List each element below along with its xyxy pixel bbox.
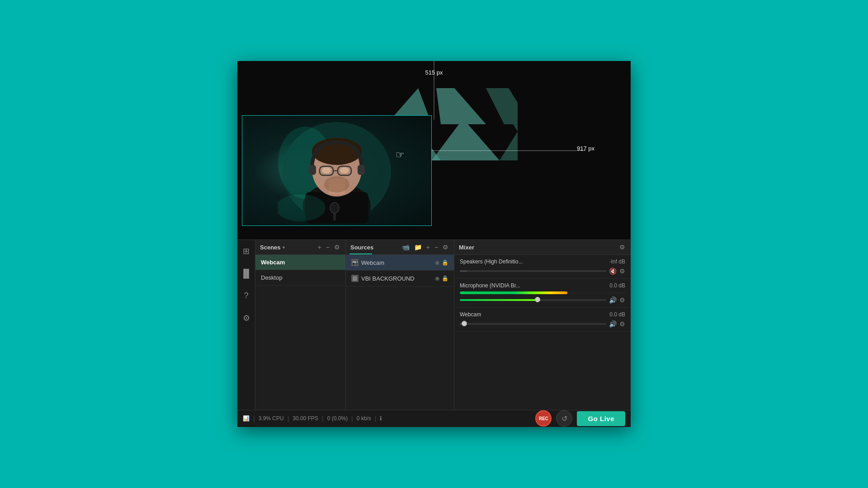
mixer-mic-channel: Microphone (NVIDIA Br... 0.0 dB 🔊 ⚙ — [454, 279, 631, 308]
go-live-button[interactable]: Go Live — [577, 411, 625, 426]
mixer-panel: Mixer ⚙ Speakers (High Definitio... -Inf… — [454, 240, 631, 410]
sources-settings-btn[interactable]: ⚙ — [442, 244, 449, 251]
svg-rect-17 — [358, 165, 365, 175]
mic-db: 0.0 dB — [609, 282, 625, 289]
fps-status: 30.00 FPS — [292, 415, 318, 422]
mixer-settings-btn[interactable]: ⚙ — [618, 244, 626, 251]
mic-volume-bar[interactable] — [460, 299, 606, 301]
scenes-panel: Scenes ▾ + − ⚙ Webcam Desktop — [255, 240, 346, 410]
mic-name: Microphone (NVIDIA Br... — [460, 282, 520, 289]
scenes-header: Scenes ▾ + − ⚙ — [255, 240, 345, 255]
source-image-icon: 🖼 — [351, 275, 359, 282]
chart-icon: 📊 — [243, 415, 250, 422]
sep5: | — [375, 415, 377, 422]
sources-panel: Sources 📹 📁 + − ⚙ 📷 Webcam ◉ — [346, 240, 454, 410]
cpu-status: 3.9% CPU — [259, 415, 284, 422]
speakers-settings-btn[interactable]: ⚙ — [619, 267, 625, 275]
svg-point-13 — [322, 167, 331, 174]
preview-area: 515 px 917 px — [237, 61, 631, 239]
sources-list: 📷 Webcam ◉ 🔒 🖼 VBI BACKGROUND ◉ — [346, 255, 454, 410]
sep3: | — [322, 415, 324, 422]
speakers-volume-bar[interactable] — [460, 270, 606, 272]
svg-marker-1 — [432, 88, 500, 160]
sidebar-bars-icon[interactable]: ▐▌ — [239, 267, 254, 280]
sep4: | — [351, 415, 353, 422]
sources-remove-btn[interactable]: − — [434, 244, 439, 251]
source-vbi-eye-btn[interactable]: ◉ — [435, 275, 439, 282]
speakers-db: -Inf dB — [609, 258, 625, 265]
replay-button[interactable]: ↺ — [556, 410, 572, 427]
dropped-status: 0 (0.0%) — [327, 415, 348, 422]
speakers-name: Speakers (High Definitio... — [460, 258, 523, 265]
sources-camera-btn[interactable]: 📹 — [401, 244, 410, 251]
svg-rect-16 — [309, 165, 316, 175]
scenes-dropdown[interactable]: ▾ — [283, 245, 285, 250]
info-icon[interactable]: ℹ — [380, 415, 382, 422]
left-sidebar: ⊞ ▐▌ ? ⚙ — [237, 240, 255, 410]
sep1: | — [253, 415, 255, 422]
mixer-webcam-channel: Webcam 0.0 dB 🔊 ⚙ — [454, 308, 631, 332]
webcam-volume-btn[interactable]: 🔊 — [609, 320, 617, 328]
source-camera-icon: 📷 — [351, 259, 359, 266]
webcam-audio-db: 0.0 dB — [609, 311, 625, 318]
bandwidth-status: 0 kb/s — [357, 415, 371, 422]
scenes-remove-btn[interactable]: − — [325, 244, 330, 251]
source-eye-btn[interactable]: ◉ — [435, 259, 439, 266]
svg-point-14 — [340, 167, 349, 174]
scenes-title: Scenes — [260, 244, 281, 251]
scenes-settings-btn[interactable]: ⚙ — [333, 244, 341, 251]
svg-point-15 — [324, 176, 349, 192]
scenes-list: Webcam Desktop — [255, 255, 345, 410]
mixer-speakers-channel: Speakers (High Definitio... -Inf dB 🔇 ⚙ — [454, 255, 631, 279]
webcam-source-box[interactable] — [242, 115, 432, 226]
mixer-title: Mixer — [459, 244, 474, 251]
webcam-volume-bar[interactable] — [460, 323, 606, 325]
mic-settings-btn[interactable]: ⚙ — [619, 296, 625, 304]
scenes-add-btn[interactable]: + — [317, 244, 322, 251]
source-vbi-lock-btn[interactable]: 🔒 — [442, 275, 448, 282]
speakers-mute-btn[interactable]: 🔇 — [609, 267, 617, 275]
mic-volume-btn[interactable]: 🔊 — [609, 296, 617, 304]
rec-button[interactable]: REC — [535, 410, 552, 427]
sidebar-settings-icon[interactable]: ⚙ — [241, 311, 252, 325]
scene-item-desktop[interactable]: Desktop — [255, 270, 345, 286]
mixer-header: Mixer ⚙ — [454, 240, 631, 255]
status-bar: 📊 | 3.9% CPU | 30.00 FPS | 0 (0.0%) | 0 … — [237, 410, 631, 427]
scene-item-webcam[interactable]: Webcam — [255, 255, 345, 270]
webcam-audio-name: Webcam — [460, 311, 481, 318]
cursor: ☞ — [396, 149, 405, 161]
svg-point-19 — [330, 202, 339, 213]
sidebar-grid-icon[interactable]: ⊞ — [241, 244, 251, 258]
sources-title: Sources — [350, 244, 373, 251]
source-lock-btn[interactable]: 🔒 — [442, 259, 448, 266]
sidebar-help-icon[interactable]: ? — [242, 289, 250, 302]
sep2: | — [288, 415, 289, 422]
source-item-webcam[interactable]: 📷 Webcam ◉ 🔒 — [346, 255, 454, 271]
sources-add-btn[interactable]: + — [425, 244, 431, 251]
sources-header: Sources 📹 📁 + − ⚙ — [346, 240, 454, 255]
source-item-vbi[interactable]: 🖼 VBI BACKGROUND ◉ 🔒 — [346, 271, 454, 286]
svg-point-20 — [278, 194, 326, 221]
sources-folder-btn[interactable]: 📁 — [413, 244, 423, 251]
webcam-settings-btn[interactable]: ⚙ — [619, 320, 625, 328]
svg-marker-2 — [486, 88, 518, 160]
